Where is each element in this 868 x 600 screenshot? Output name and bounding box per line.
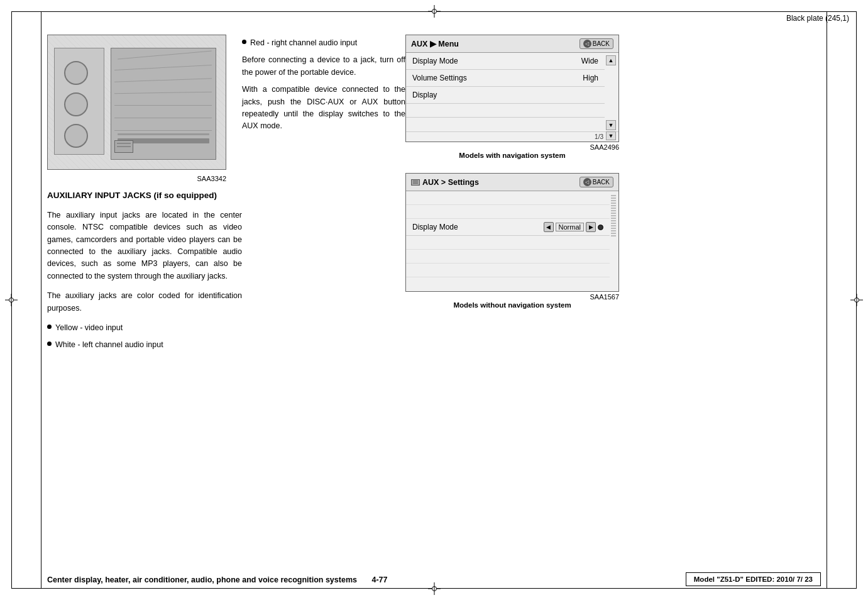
bullet-yellow: Yellow - video input — [47, 322, 242, 334]
panel2-empty-3 — [406, 236, 610, 250]
bullet-white-text: White - left channel audio input — [55, 339, 163, 351]
ctrl-next-btn[interactable]: ▶ — [586, 222, 596, 232]
ctrl-dot-indicator — [598, 225, 603, 230]
middle-para-1: Before connecting a device to a jack, tu… — [242, 54, 405, 79]
scroll-extra-btn[interactable]: ▼ — [606, 131, 616, 140]
panel1-rows: Display Mode Wide Volume Settings High D… — [406, 53, 605, 131]
scroll-decoration — [611, 194, 616, 289]
middle-column: Red - right channel audio input Before c… — [242, 35, 405, 562]
panel2-empty-4 — [406, 250, 610, 264]
footer-page-number: 4-77 — [371, 575, 387, 584]
bullet-yellow-text: Yellow - video input — [55, 322, 123, 334]
bullet-red-text: Red - right channel audio input — [250, 37, 357, 49]
screen-panel-2: AUX > Settings ◁ BACK — [405, 173, 619, 292]
nav-panel-container: AUX ▶ Menu ◁ BACK ▲ Display Mode Wide V — [405, 35, 821, 159]
section-heading: AUXILIARY INPUT JACKS (if so equipped) — [47, 190, 242, 202]
model-box: Model "Z51-D" EDITED: 2010/ 7/ 23 — [686, 572, 821, 586]
panel2-back-btn[interactable]: ◁ BACK — [580, 177, 613, 187]
screen-icon — [411, 179, 420, 186]
bullet-white: White - left channel audio input — [47, 339, 242, 351]
back-circle-icon-2: ◁ — [583, 178, 591, 186]
row-display-mode-2-label: Display Mode — [412, 223, 458, 231]
para-1: The auxiliary input jacks are located in… — [47, 209, 242, 282]
crosshair-left — [5, 294, 18, 306]
panel2-back-label: BACK — [593, 179, 610, 186]
scroll-down-btn[interactable]: ▼ — [606, 120, 616, 130]
row-volume-settings: Volume Settings High — [406, 70, 605, 87]
panel2-empty-2 — [406, 205, 610, 219]
row-display-mode-label: Display Mode — [412, 57, 458, 65]
footer-main-text: Center display, heater, air conditioner,… — [47, 575, 357, 584]
plate-info: Black plate (245,1) — [786, 14, 849, 23]
display-mode-value: Normal — [556, 223, 584, 231]
right-column: AUX ▶ Menu ◁ BACK ▲ Display Mode Wide V — [405, 35, 821, 562]
panel1-back-label: BACK — [593, 40, 610, 47]
row-volume-label: Volume Settings — [412, 74, 467, 82]
panel1-caption: Models with navigation system — [405, 152, 619, 159]
panel2-saa-label: SAA1567 — [405, 293, 619, 301]
panel2-empty-6 — [406, 277, 610, 291]
bullet-dot-3 — [242, 40, 246, 44]
bullet-dot — [47, 325, 52, 329]
para-2: The auxiliary jacks are color coded for … — [47, 290, 242, 314]
crosshair-bottom — [428, 582, 441, 595]
panel2-caption: Models without navigation system — [405, 301, 619, 309]
panel2-empty-1 — [406, 191, 610, 205]
row-display-mode-2: Display Mode ◀ Normal ▶ — [406, 219, 610, 236]
empty-row-2 — [406, 118, 605, 131]
row-display-label: Display — [412, 91, 437, 99]
panel2-title-area: AUX > Settings — [411, 178, 479, 187]
row-volume-value: High — [583, 74, 598, 82]
no-nav-panel-container: AUX > Settings ◁ BACK — [405, 173, 821, 309]
illustration-label: SAA3342 — [47, 175, 226, 182]
crosshair-right — [850, 294, 863, 306]
panel2-empty-5 — [406, 264, 610, 277]
display-mode-controls: ◀ Normal ▶ — [544, 222, 603, 232]
bullet-dot-2 — [47, 342, 52, 346]
scroll-up-btn[interactable]: ▲ — [606, 55, 616, 65]
bullet-red: Red - right channel audio input — [242, 37, 405, 49]
panel2-title: AUX > Settings — [422, 178, 479, 187]
panel1-header: AUX ▶ Menu ◁ BACK — [406, 35, 618, 53]
panel1-back-btn[interactable]: ◁ BACK — [580, 38, 613, 49]
middle-para-2: With a compatible device connected to th… — [242, 84, 405, 133]
panel1-saa-label: SAA2496 — [405, 143, 619, 151]
empty-row-1 — [406, 104, 605, 118]
margin-line-right — [827, 11, 827, 589]
back-circle-icon: ◁ — [583, 40, 591, 48]
row-display: Display — [406, 87, 605, 104]
row-display-mode: Display Mode Wide — [406, 53, 605, 70]
screen-panel-1: AUX ▶ Menu ◁ BACK ▲ Display Mode Wide V — [405, 35, 619, 142]
panel2-header: AUX > Settings ◁ BACK — [406, 174, 618, 191]
margin-line-left — [41, 11, 41, 589]
row-display-mode-value: Wide — [581, 57, 598, 65]
crosshair-top — [428, 5, 441, 18]
panel1-title: AUX ▶ Menu — [411, 39, 459, 48]
model-text: Model "Z51-D" EDITED: 2010/ 7/ 23 — [694, 575, 813, 583]
page-indicator: 1/3 — [406, 131, 618, 142]
ctrl-prev-btn[interactable]: ◀ — [544, 222, 554, 232]
footer-text: Center display, heater, air conditioner,… — [47, 575, 387, 584]
device-illustration — [47, 35, 226, 170]
left-column: SAA3342 AUXILIARY INPUT JACKS (if so equ… — [47, 35, 242, 562]
